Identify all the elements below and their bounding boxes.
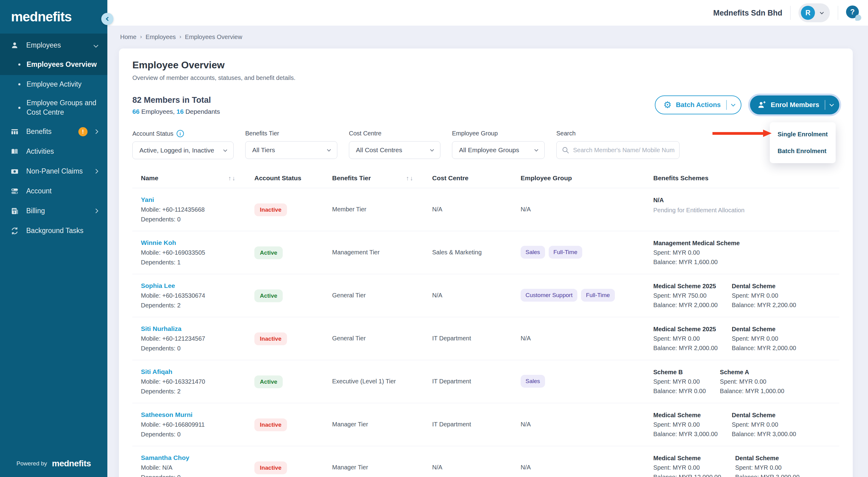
employees-count: 66	[132, 108, 140, 115]
member-name-link[interactable]: Yani	[141, 196, 254, 203]
benefits-schemes-cell: Management Medical SchemeSpent: MYR 0.00…	[653, 239, 839, 266]
book-icon	[10, 147, 20, 156]
sort-icons[interactable]: ↑↓	[228, 175, 236, 182]
table-row: Winnie KohMobile: +60-169033505Dependent…	[132, 231, 839, 274]
search-box	[556, 141, 680, 159]
sidebar-item-label: Employee Activity	[27, 80, 98, 89]
table-row: Siti AfiqahMobile: +60-163321470Dependen…	[132, 360, 839, 403]
scheme-balance: Balance: MYR 2,200.00	[732, 301, 796, 309]
employee-group-cell: Sales	[521, 368, 653, 388]
breadcrumb-item[interactable]: Home	[120, 34, 136, 40]
filter-cost-centre: Cost CentreAll Cost Centres	[349, 130, 440, 159]
members-table-body: YaniMobile: +60-112435668Dependents: 0In…	[132, 188, 839, 477]
breadcrumb-item[interactable]: Employees Overview	[185, 34, 242, 40]
scheme-block: Medical Scheme 2025Spent: MYR 0.00Balanc…	[653, 326, 718, 352]
cost-centre-cell: N/A	[432, 454, 521, 471]
enrol-members-button[interactable]: Enrol Members	[750, 95, 839, 115]
chevron-down-icon	[731, 102, 735, 106]
member-name-link[interactable]: Siti Afiqah	[141, 368, 254, 376]
main-area: Mednefits Sdn Bhd R ? Home›Employees›Emp…	[107, 0, 868, 477]
sidebar-item-benefits[interactable]: Benefits!	[0, 122, 107, 141]
column-label: Benefits Schemes	[653, 174, 709, 182]
table-header-row: Name↑↓Account StatusBenefits Tier↑↓Cost …	[132, 171, 839, 188]
dependants-count: 16	[177, 108, 184, 115]
info-icon[interactable]: i	[177, 130, 184, 137]
table-row: YaniMobile: +60-112435668Dependents: 0In…	[132, 188, 839, 231]
filter-label-text: Benefits Tier	[245, 130, 279, 137]
status-badge: Active	[254, 289, 283, 302]
benefits-tier-cell: General Tier	[332, 282, 432, 299]
filter-select-cost-centre[interactable]: All Cost Centres	[349, 141, 440, 159]
cost-centre-cell: N/A	[432, 196, 521, 213]
scheme-block: Dental SchemeSpent: MYR 0.00Balance: MYR…	[732, 283, 796, 309]
menu-item-batch-enrolment[interactable]: Batch Enrolment	[770, 143, 836, 160]
member-name-link[interactable]: Siti Nurhaliza	[141, 325, 254, 332]
table-row: Siti NurhalizaMobile: +60-121234567Depen…	[132, 317, 839, 360]
search-label: Search	[556, 130, 680, 137]
member-name-link[interactable]: Winnie Koh	[141, 239, 254, 247]
sidebar-item-employee-groups-cost-centre[interactable]: Employee Groups and Cost Centre	[0, 94, 107, 122]
chevron-down-icon	[94, 43, 98, 48]
scheme-block: Medical SchemeSpent: MYR 0.00Balance: MY…	[653, 455, 721, 477]
member-cell: Siti AfiqahMobile: +60-163321470Dependen…	[132, 368, 254, 395]
group-badge: Full-Time	[549, 246, 582, 259]
sidebar-item-employees[interactable]: Employees	[0, 35, 107, 55]
sidebar-item-billing[interactable]: $Billing	[0, 201, 107, 221]
scheme-spent: Spent: MYR 0.00	[732, 335, 796, 342]
page-subtitle: Overview of member accounts, statuses, a…	[132, 74, 839, 82]
help-button[interactable]: ?	[846, 5, 861, 20]
sort-icons[interactable]: ↑↓	[406, 175, 414, 182]
benefits-tier-cell: Executive (Level 1) Tier	[332, 368, 432, 385]
enrol-members-dropdown: Single EnrolmentBatch Enrolment	[770, 122, 836, 163]
column-header-employee-group: Employee Group	[521, 174, 653, 182]
selected-value: Active, Logged in, Inactive	[140, 147, 214, 154]
filter-select-employee-group[interactable]: All Employee Groups	[452, 141, 545, 159]
scheme-balance: Balance: MYR 2,000.00	[732, 345, 796, 352]
search-filter: Search	[556, 130, 680, 159]
member-name-link[interactable]: Satheeson Murni	[141, 411, 254, 418]
selected-value: All Employee Groups	[459, 147, 519, 154]
breadcrumb-item[interactable]: Employees	[146, 34, 176, 40]
employees-label: Employees,	[140, 108, 176, 115]
member-mobile: Mobile: +60-121234567	[141, 335, 254, 342]
employee-group-cell: N/A	[521, 196, 653, 213]
sidebar-item-non-panel-claims[interactable]: Non-Panel Claims	[0, 161, 107, 181]
employee-group-cell: N/A	[521, 454, 653, 471]
sidebar-item-employees-overview[interactable]: Employees Overview	[0, 55, 107, 74]
sidebar-item-background-tasks[interactable]: Background Tasks	[0, 221, 107, 241]
search-input[interactable]	[573, 147, 674, 154]
scheme-block: Management Medical SchemeSpent: MYR 0.00…	[653, 240, 740, 266]
group-badge: Customer Support	[521, 289, 577, 301]
actions: ⚙ Batch Actions Enrol Members	[655, 95, 839, 115]
member-name-link[interactable]: Samantha Choy	[141, 454, 254, 462]
scheme-balance: Balance: MYR 3,000.00	[653, 431, 718, 438]
status-cell: Inactive	[254, 454, 332, 474]
powered-by: Powered by mednefits	[0, 450, 107, 477]
status-cell: Active	[254, 368, 332, 388]
scheme-spent: Spent: MYR 0.00	[720, 378, 784, 385]
menu-item-single-enrolment[interactable]: Single Enrolment	[770, 126, 836, 143]
cost-centre-cell: IT Department	[432, 325, 521, 342]
user-menu[interactable]: R	[799, 3, 830, 22]
benefits-tier-cell: Management Tier	[332, 239, 432, 256]
page-title: Employee Overview	[132, 60, 839, 71]
batch-actions-button[interactable]: ⚙ Batch Actions	[655, 95, 741, 115]
sidebar-item-label: Background Tasks	[26, 226, 98, 235]
column-label: Employee Group	[521, 174, 572, 182]
status-cell: Inactive	[254, 196, 332, 216]
filter-select-account-status[interactable]: Active, Logged in, Inactive	[132, 141, 234, 159]
sidebar: mednefits EmployeesEmployees OverviewEmp…	[0, 0, 107, 477]
benefits-tier-cell: Manager Tier	[332, 454, 432, 471]
sidebar-item-account[interactable]: Account	[0, 181, 107, 201]
sidebar-collapse-button[interactable]	[101, 13, 114, 25]
avatar[interactable]: R	[801, 6, 815, 20]
chevron-down-icon	[327, 148, 331, 152]
sidebar-item-employee-activity[interactable]: Employee Activity	[0, 75, 107, 94]
member-name-link[interactable]: Sophia Lee	[141, 282, 254, 289]
sidebar-item-activities[interactable]: Activities	[0, 141, 107, 161]
member-cell: Winnie KohMobile: +60-169033505Dependent…	[132, 239, 254, 266]
cost-centre-cell: IT Department	[432, 368, 521, 385]
bullet-icon	[18, 63, 21, 66]
filter-select-benefits-tier[interactable]: All Tiers	[245, 141, 337, 159]
sidebar-nav: EmployeesEmployees OverviewEmployee Acti…	[0, 34, 107, 241]
